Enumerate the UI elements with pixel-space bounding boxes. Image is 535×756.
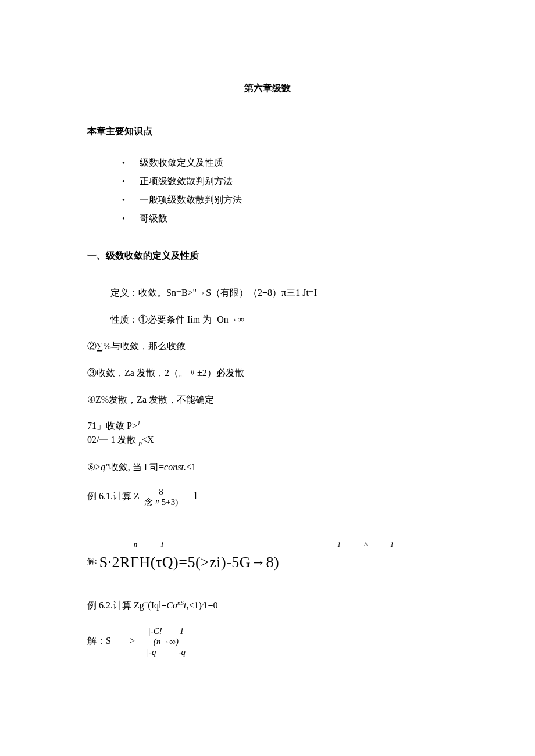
ex61-fraction: 8 念〃5+3) bbox=[142, 487, 180, 507]
ex62-prefix: 例 6.2.计算 Zg"(Iql= bbox=[87, 601, 166, 611]
ex62-suffix: <1)∕1=0 bbox=[189, 601, 218, 611]
ex61-frac-top: 8 bbox=[156, 487, 166, 497]
sol2-top: |-C! 1 bbox=[148, 626, 184, 636]
ex61-frac-bot: 念〃5+3) bbox=[142, 497, 180, 507]
list-item: • 哥级数 bbox=[122, 212, 448, 225]
prop6-mid: 收敛, 当 I 司= bbox=[109, 462, 164, 472]
property-1: 性质：①必要条件 Iim 为=On→∞ bbox=[110, 313, 448, 327]
ex62-t: t, bbox=[184, 601, 188, 611]
sol2-mid: (n→∞) bbox=[154, 636, 179, 647]
sol2-bot: |-q |-q bbox=[147, 647, 186, 657]
bullet-icon: • bbox=[122, 157, 140, 169]
prop6-suffix: <1 bbox=[186, 462, 196, 472]
bullet-text: 哥级数 bbox=[140, 212, 167, 225]
property-4: ④Z%发散，Za 发散，不能确定 bbox=[87, 393, 448, 407]
big-equation-row: 解: S·2RΓH(τQ)=5(>zi)-5G→8) bbox=[87, 551, 448, 574]
property-5b: 02/一 1 发散 p<X bbox=[87, 433, 448, 448]
bullet-icon: • bbox=[122, 194, 140, 206]
list-item: • 级数收敛定义及性质 bbox=[122, 156, 448, 170]
ex61-prefix: 例 6.1.计算 Z bbox=[87, 491, 140, 501]
property-3: ③收敛，Za 发散，2（。〃±2）必发散 bbox=[87, 366, 448, 380]
bullet-text: 级数收敛定义及性质 bbox=[140, 156, 223, 170]
bullet-list: • 级数收敛定义及性质 • 正项级数敛散判别方法 • 一般项级数敛散判别方法 •… bbox=[122, 156, 448, 225]
example-6-1: 例 6.1.计算 Z 8 念〃5+3) l bbox=[87, 487, 448, 507]
bullet-text: 一般项级数敛散判别方法 bbox=[140, 193, 242, 207]
prop5a-sup: 1 bbox=[137, 420, 141, 427]
ex62-const: Co bbox=[166, 601, 177, 611]
big-equation-sup-row: n1 1^1 1 I I I bbox=[87, 537, 448, 551]
sol2-prefix: 解：S——>— bbox=[87, 635, 144, 645]
prop5a-text: 71」收敛 P> bbox=[87, 421, 137, 431]
bullet-icon: • bbox=[122, 175, 140, 188]
prop6-const: const. bbox=[164, 462, 186, 472]
ex62-sup: nS bbox=[177, 599, 184, 606]
prop6-q: q" bbox=[101, 462, 109, 472]
prop5b-prefix: 02/一 1 发散 bbox=[87, 435, 138, 445]
big-eq-prefix: 解: bbox=[87, 557, 97, 565]
section-knowledge-title: 本章主要知识点 bbox=[87, 124, 448, 138]
prop5b-suffix: <X bbox=[142, 435, 154, 445]
sol2-stack: |-C! 1 (n→∞) |-q |-q bbox=[147, 626, 186, 657]
property-5a: 71」收敛 P>1 bbox=[87, 420, 448, 432]
section-definition-title: 一、级数收敛的定义及性质 bbox=[87, 249, 448, 263]
bullet-icon: • bbox=[122, 213, 140, 225]
property-2: ②∑%与收敛，那么收敛 bbox=[87, 339, 448, 353]
big-equation: S·2RΓH(τQ)=5(>zi)-5G→8) bbox=[99, 554, 280, 571]
example-6-2: 例 6.2.计算 Zg"(Iql=ConSt,<1)∕1=0 bbox=[87, 598, 448, 612]
property-6: ⑥>q"收敛, 当 I 司=const.<1 bbox=[87, 460, 448, 474]
big-sup-text: n1 1^1 1 I I I bbox=[134, 540, 535, 549]
bullet-text: 正项级数敛散判别方法 bbox=[140, 174, 233, 188]
definition-line: 定义：收敛。Sn=B>"→S（有限）（2+8）π三1 Jt=I bbox=[110, 286, 448, 300]
prop6-prefix: ⑥> bbox=[87, 462, 101, 472]
document-page: 第六章级数 本章主要知识点 • 级数收敛定义及性质 • 正项级数敛散判别方法 •… bbox=[0, 0, 535, 716]
list-item: • 一般项级数敛散判别方法 bbox=[122, 193, 448, 207]
list-item: • 正项级数敛散判别方法 bbox=[122, 174, 448, 188]
chapter-title: 第六章级数 bbox=[87, 81, 448, 95]
solution-2: 解：S——>— |-C! 1 (n→∞) |-q |-q bbox=[87, 626, 448, 657]
ex61-trail: l bbox=[194, 491, 197, 501]
